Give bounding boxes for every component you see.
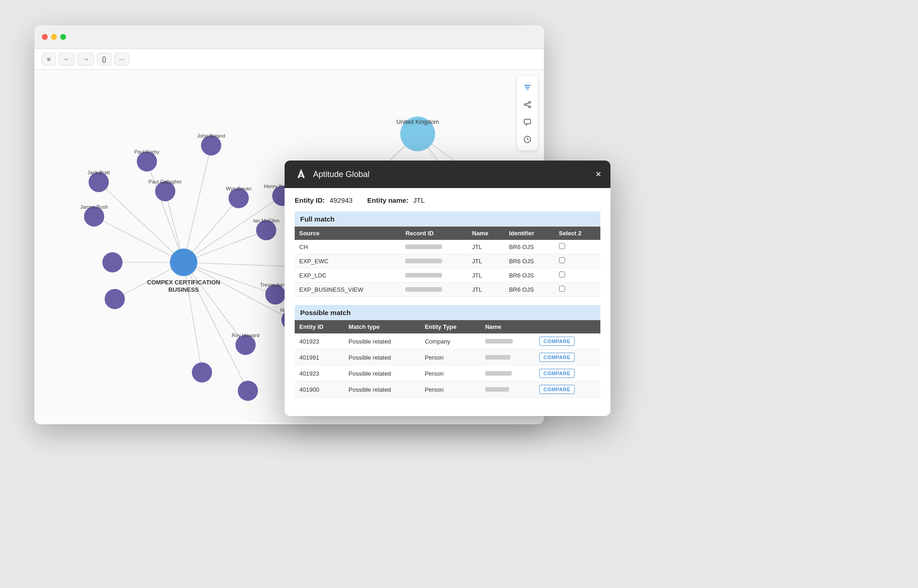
cell-entity-type: Company bbox=[420, 333, 481, 349]
col-name: Name bbox=[481, 320, 535, 333]
svg-point-49 bbox=[102, 252, 123, 272]
modal-body: Entity ID: 492943 Entity name: JTL Full … bbox=[285, 188, 610, 416]
full-match-table: Source Record ID Name Identifier Select … bbox=[295, 227, 600, 297]
svg-line-14 bbox=[147, 161, 184, 262]
svg-line-16 bbox=[184, 145, 211, 262]
cell-entity-type: Person bbox=[420, 349, 481, 366]
table-row: 401991 Possible related Person COMPARE bbox=[295, 349, 600, 366]
traffic-lights bbox=[42, 34, 66, 40]
traffic-light-green[interactable] bbox=[60, 34, 66, 40]
svg-text:United Kingdom: United Kingdom bbox=[397, 118, 439, 125]
col-source: Source bbox=[295, 227, 401, 240]
more-button[interactable]: ··· bbox=[114, 53, 130, 66]
cell-checkbox[interactable] bbox=[554, 240, 600, 254]
back-button[interactable]: ← bbox=[58, 53, 75, 66]
table-row: EXP_BUSINESS_VIEW JTL BR6 OJS bbox=[295, 283, 600, 297]
select2-checkbox[interactable] bbox=[559, 257, 565, 263]
menu-button[interactable]: ≡ bbox=[42, 53, 56, 66]
cell-entity-type: Person bbox=[420, 366, 481, 382]
cell-match-type: Possible related bbox=[344, 366, 420, 382]
entity-id-field: Entity ID: 492943 bbox=[295, 196, 353, 204]
col-entity-id: Entity ID bbox=[295, 320, 344, 333]
svg-text:Paul Gallagher: Paul Gallagher bbox=[149, 179, 182, 184]
cell-name: JTL bbox=[468, 268, 504, 283]
svg-text:Roy Howard: Roy Howard bbox=[232, 333, 260, 338]
code-button[interactable]: {} bbox=[97, 53, 111, 66]
cell-name bbox=[481, 382, 535, 398]
cell-match-type: Possible related bbox=[344, 349, 420, 366]
cell-name bbox=[481, 349, 535, 366]
col-match-type: Match type bbox=[344, 320, 420, 333]
cell-identifier: BR6 OJS bbox=[504, 283, 554, 297]
brand-logo-area: Aptitude Global bbox=[294, 167, 369, 182]
modal-header: Aptitude Global × bbox=[285, 161, 610, 188]
traffic-light-red[interactable] bbox=[42, 34, 48, 40]
svg-text:COMPEX CERTIFICATION: COMPEX CERTIFICATION bbox=[147, 279, 220, 286]
svg-point-34 bbox=[170, 249, 197, 276]
table-row: 401923 Possible related Company COMPARE bbox=[295, 333, 600, 349]
cell-entity-type: Person bbox=[420, 382, 481, 398]
cell-record-id bbox=[401, 283, 467, 297]
compare-button[interactable]: COMPARE bbox=[539, 353, 575, 362]
traffic-light-yellow[interactable] bbox=[51, 34, 57, 40]
cell-compare[interactable]: COMPARE bbox=[535, 366, 600, 382]
svg-text:John Boland: John Boland bbox=[197, 133, 225, 139]
cell-record-id bbox=[401, 268, 467, 283]
svg-text:Wyn Bevan: Wyn Bevan bbox=[226, 186, 252, 191]
entity-name-field: Entity name: JTL bbox=[367, 196, 425, 204]
compare-button[interactable]: COMPARE bbox=[539, 337, 575, 346]
cell-identifier: BR6 OJS bbox=[504, 254, 554, 268]
svg-text:Paul Corby: Paul Corby bbox=[134, 149, 160, 155]
compare-button[interactable]: COMPARE bbox=[539, 369, 575, 378]
table-row: 401923 Possible related Person COMPARE bbox=[295, 366, 600, 382]
compare-button[interactable]: COMPARE bbox=[539, 385, 575, 394]
brand-name: Aptitude Global bbox=[313, 170, 369, 179]
select2-checkbox[interactable] bbox=[559, 286, 565, 292]
cell-name: JTL bbox=[468, 254, 504, 268]
modal-close-button[interactable]: × bbox=[595, 169, 601, 179]
svg-text:James Bush: James Bush bbox=[80, 204, 108, 210]
cell-compare[interactable]: COMPARE bbox=[535, 349, 600, 366]
table-row: EXP_LDC JTL BR6 OJS bbox=[295, 268, 600, 283]
svg-text:Jack Bratt: Jack Bratt bbox=[88, 170, 110, 175]
cell-compare[interactable]: COMPARE bbox=[535, 333, 600, 349]
cell-entity-id: 401923 bbox=[295, 366, 344, 382]
cell-record-id bbox=[401, 254, 467, 268]
cell-identifier: BR6 OJS bbox=[504, 268, 554, 283]
cell-entity-id: 401900 bbox=[295, 382, 344, 398]
svg-text:Ian McEllen: Ian McEllen bbox=[253, 218, 279, 223]
select2-checkbox[interactable] bbox=[559, 243, 565, 249]
forward-button[interactable]: → bbox=[78, 53, 94, 66]
cell-source: EXP_EWC bbox=[295, 254, 401, 268]
possible-match-table: Entity ID Match type Entity Type Name 40… bbox=[295, 320, 600, 398]
cell-match-type: Possible related bbox=[344, 382, 420, 398]
table-row: EXP_EWC JTL BR6 OJS bbox=[295, 254, 600, 268]
cell-match-type: Possible related bbox=[344, 333, 420, 349]
svg-text:BUSINESS: BUSINESS bbox=[168, 286, 199, 293]
col-name: Name bbox=[468, 227, 504, 240]
select2-checkbox[interactable] bbox=[559, 272, 565, 277]
col-record-id: Record ID bbox=[401, 227, 467, 240]
full-match-tbody: CH JTL BR6 OJS EXP_EWC JTL BR6 OJS EXP_L… bbox=[295, 240, 600, 297]
col-action bbox=[535, 320, 600, 333]
cell-name bbox=[481, 333, 535, 349]
col-identifier: Identifier bbox=[504, 227, 554, 240]
full-match-header-row: Source Record ID Name Identifier Select … bbox=[295, 227, 600, 240]
cell-source: EXP_LDC bbox=[295, 268, 401, 283]
cell-source: CH bbox=[295, 240, 401, 254]
table-row: CH JTL BR6 OJS bbox=[295, 240, 600, 254]
cell-checkbox[interactable] bbox=[554, 268, 600, 283]
browser-titlebar bbox=[34, 25, 544, 49]
cell-name: JTL bbox=[468, 283, 504, 297]
cell-entity-id: 401923 bbox=[295, 333, 344, 349]
cell-source: EXP_BUSINESS_VIEW bbox=[295, 283, 401, 297]
cell-compare[interactable]: COMPARE bbox=[535, 382, 600, 398]
full-match-header: Full match bbox=[295, 211, 600, 227]
browser-toolbar: ≡ ← → {} ··· bbox=[34, 49, 544, 70]
cell-checkbox[interactable] bbox=[554, 283, 600, 297]
possible-match-header-row: Entity ID Match type Entity Type Name bbox=[295, 320, 600, 333]
modal-panel: Aptitude Global × Entity ID: 492943 Enti… bbox=[285, 161, 610, 416]
cell-record-id bbox=[401, 240, 467, 254]
cell-checkbox[interactable] bbox=[554, 254, 600, 268]
svg-point-48 bbox=[238, 381, 258, 401]
